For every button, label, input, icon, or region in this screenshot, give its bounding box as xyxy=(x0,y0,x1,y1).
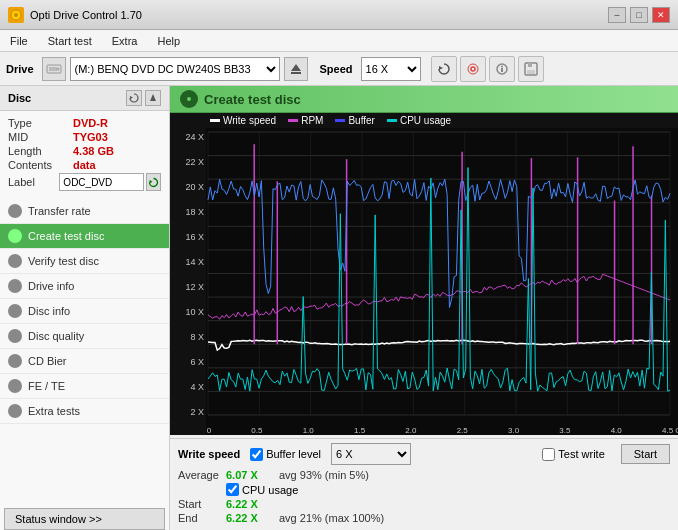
legend-cpu: CPU usage xyxy=(387,115,451,126)
nav-verify-test-disc[interactable]: Verify test disc xyxy=(0,249,169,274)
content-header-icon xyxy=(180,90,198,108)
nav-dot-create-test-disc xyxy=(8,229,22,243)
svg-point-1 xyxy=(14,13,18,17)
chart-body: 24 X 22 X 20 X 18 X 16 X 14 X 12 X 10 X … xyxy=(170,128,678,435)
eject-icon[interactable] xyxy=(284,57,308,81)
content-header: Create test disc xyxy=(170,86,678,113)
nav-label-extra-tests: Extra tests xyxy=(28,405,80,417)
nav-label-create-test-disc: Create test disc xyxy=(28,230,104,242)
menu-help[interactable]: Help xyxy=(151,33,186,49)
refresh-icon[interactable] xyxy=(431,56,457,82)
sidebar-nav: Transfer rate Create test disc Verify te… xyxy=(0,199,169,504)
save-icon[interactable] xyxy=(518,56,544,82)
status-window-button[interactable]: Status window >> xyxy=(4,508,165,530)
legend-buffer: Buffer xyxy=(335,115,375,126)
write-speed-label: Write speed xyxy=(178,448,240,460)
drive-select[interactable]: (M:) BENQ DVD DC DW240S BB33 xyxy=(70,57,280,81)
svg-rect-15 xyxy=(528,63,532,67)
y-label-10: 10 X xyxy=(170,307,204,317)
chart-canvas-container xyxy=(206,128,678,435)
stat-end-label: End xyxy=(178,512,218,524)
nav-disc-info[interactable]: Disc info xyxy=(0,299,169,324)
menu-file[interactable]: File xyxy=(4,33,34,49)
disc-info-panel: Type DVD-R MID TYG03 Length 4.38 GB Cont… xyxy=(0,111,169,199)
info-icon[interactable] xyxy=(489,56,515,82)
y-label-8: 8 X xyxy=(170,332,204,342)
nav-extra-tests[interactable]: Extra tests xyxy=(0,399,169,424)
stat-average-label: Average xyxy=(178,469,218,481)
menu-extra[interactable]: Extra xyxy=(106,33,144,49)
stat-average-desc: avg 93% (min 5%) xyxy=(279,469,369,481)
toolbar-icons xyxy=(431,56,544,82)
stat-row-start: Start 6.22 X xyxy=(178,498,384,510)
nav-label-drive-info: Drive info xyxy=(28,280,74,292)
disc-settings-icon[interactable] xyxy=(145,90,161,106)
nav-label-cd-bier: CD Bier xyxy=(28,355,67,367)
bottom-controls: Write speed Buffer level 6 X 1 X 2 X 4 X… xyxy=(170,438,678,530)
test-write-checkbox[interactable] xyxy=(542,448,555,461)
disc-label-input[interactable] xyxy=(59,173,144,191)
nav-transfer-rate[interactable]: Transfer rate xyxy=(0,199,169,224)
buffer-level-label: Buffer level xyxy=(266,448,321,460)
disc-length-value: 4.38 GB xyxy=(73,145,114,157)
cpu-usage-label: CPU usage xyxy=(242,484,298,496)
start-button[interactable]: Start xyxy=(621,444,670,464)
legend-color-cpu xyxy=(387,119,397,122)
menubar: File Start test Extra Help xyxy=(0,30,678,52)
svg-rect-3 xyxy=(49,67,57,71)
legend-rpm: RPM xyxy=(288,115,323,126)
disc-refresh-icon[interactable] xyxy=(126,90,142,106)
minimize-button[interactable]: – xyxy=(608,7,626,23)
nav-dot-transfer-rate xyxy=(8,204,22,218)
buffer-level-check-label[interactable]: Buffer level xyxy=(250,448,321,461)
disc-mid-label: MID xyxy=(8,131,73,143)
maximize-button[interactable]: □ xyxy=(630,7,648,23)
nav-label-fe-te: FE / TE xyxy=(28,380,65,392)
stat-start-value: 6.22 X xyxy=(226,498,271,510)
test-write-check-label[interactable]: Test write xyxy=(542,448,604,461)
y-label-24: 24 X xyxy=(170,132,204,142)
y-label-4: 4 X xyxy=(170,382,204,392)
svg-marker-16 xyxy=(130,96,133,99)
svg-marker-5 xyxy=(291,64,301,71)
legend-write-speed: Write speed xyxy=(210,115,276,126)
speed-dropdown[interactable]: 6 X 1 X 2 X 4 X 8 X xyxy=(331,443,411,465)
nav-disc-quality[interactable]: Disc quality xyxy=(0,324,169,349)
nav-create-test-disc[interactable]: Create test disc xyxy=(0,224,169,249)
y-label-16: 16 X xyxy=(170,232,204,242)
legend-color-rpm xyxy=(288,119,298,122)
svg-marker-17 xyxy=(150,94,156,101)
nav-cd-bier[interactable]: CD Bier xyxy=(0,349,169,374)
y-label-20: 20 X xyxy=(170,182,204,192)
close-button[interactable]: ✕ xyxy=(652,7,670,23)
y-label-18: 18 X xyxy=(170,207,204,217)
content-area: Create test disc Write speed RPM Buffer xyxy=(170,86,678,530)
nav-drive-info[interactable]: Drive info xyxy=(0,274,169,299)
main-area: Disc Type DVD-R MID TYG03 Length xyxy=(0,86,678,530)
app-title: Opti Drive Control 1.70 xyxy=(30,9,142,21)
buffer-level-checkbox[interactable] xyxy=(250,448,263,461)
svg-point-12 xyxy=(501,65,503,67)
cpu-usage-checkbox[interactable] xyxy=(226,483,239,496)
content-header-title: Create test disc xyxy=(204,92,301,107)
menu-start-test[interactable]: Start test xyxy=(42,33,98,49)
legend-color-write-speed xyxy=(210,119,220,122)
y-label-22: 22 X xyxy=(170,157,204,167)
nav-dot-extra-tests xyxy=(8,404,22,418)
speed-select[interactable]: 16 X xyxy=(361,57,421,81)
svg-point-9 xyxy=(468,64,478,74)
speed-label: Speed xyxy=(320,63,353,75)
stat-row-end: End 6.22 X avg 21% (max 100%) xyxy=(178,512,384,524)
nav-fe-te[interactable]: FE / TE xyxy=(0,374,169,399)
disc-label-refresh-icon[interactable] xyxy=(146,173,161,191)
stats-area: Average 6.07 X avg 93% (min 5%) CPU usag… xyxy=(178,469,670,526)
nav-dot-verify-test-disc xyxy=(8,254,22,268)
cpu-usage-check-label[interactable]: CPU usage xyxy=(226,483,298,496)
nav-label-transfer-rate: Transfer rate xyxy=(28,205,91,217)
disc-section-header: Disc xyxy=(0,86,169,111)
y-label-6: 6 X xyxy=(170,357,204,367)
test-write-label: Test write xyxy=(558,448,604,460)
settings-icon[interactable] xyxy=(460,56,486,82)
stat-row-cpu: CPU usage xyxy=(178,483,384,496)
stat-average-value: 6.07 X xyxy=(226,469,271,481)
